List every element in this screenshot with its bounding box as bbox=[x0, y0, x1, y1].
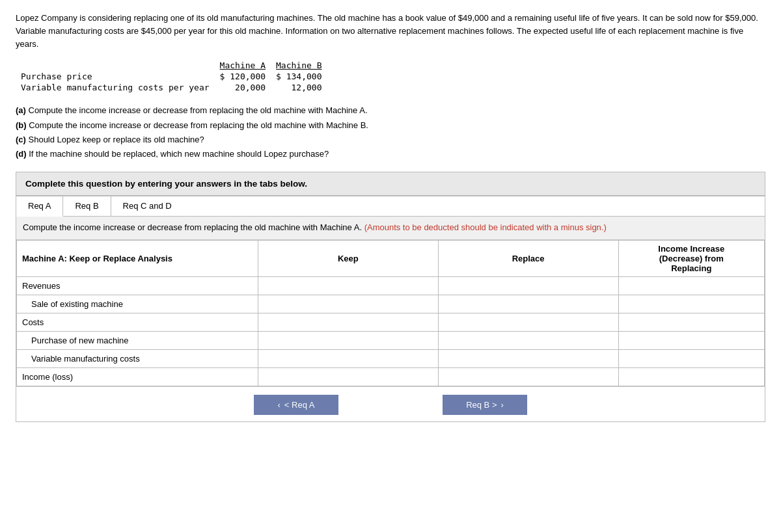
col-header-replace: Replace bbox=[438, 240, 618, 276]
keep-variable[interactable] bbox=[258, 349, 438, 367]
keep-purchase[interactable] bbox=[258, 331, 438, 349]
replace-purchase[interactable] bbox=[438, 331, 618, 349]
req-description-main: Compute the income increase or decrease … bbox=[23, 222, 362, 232]
machine-a-purchase-price: $ 120,000 bbox=[215, 71, 271, 82]
prev-label: < Req A bbox=[284, 400, 315, 410]
result-income bbox=[618, 367, 764, 386]
replace-variable-input[interactable] bbox=[444, 354, 613, 364]
keep-purchase-input[interactable] bbox=[264, 336, 433, 345]
keep-income-input[interactable] bbox=[264, 372, 433, 382]
table-row-purchase: Purchase of new machine bbox=[17, 331, 765, 349]
tab-req-c-d[interactable]: Req C and D bbox=[111, 196, 184, 216]
req-description-note: (Amounts to be deducted should be indica… bbox=[364, 222, 607, 232]
machine-a-header: Machine A bbox=[215, 60, 271, 71]
label-sale: Sale of existing machine bbox=[17, 295, 258, 313]
questions-section: (a) Compute the income increase or decre… bbox=[16, 103, 765, 161]
col-header-label: Machine A: Keep or Replace Analysis bbox=[17, 240, 258, 276]
table-row-revenues: Revenues bbox=[17, 276, 765, 295]
machine-b-variable-costs: 12,000 bbox=[271, 82, 327, 93]
next-icon: › bbox=[501, 400, 504, 410]
col-header-keep: Keep bbox=[258, 240, 438, 276]
complete-box: Complete this question by entering your … bbox=[16, 172, 765, 196]
question-b: (b) Compute the income increase or decre… bbox=[16, 118, 765, 133]
replace-sale-input[interactable] bbox=[444, 299, 613, 309]
question-c: (c) Should Lopez keep or replace its old… bbox=[16, 133, 765, 147]
table-row-variable: Variable manufacturing costs bbox=[17, 349, 765, 367]
tab-req-a[interactable]: Req A bbox=[16, 196, 63, 217]
tab-req-b[interactable]: Req B bbox=[63, 196, 111, 216]
keep-income[interactable] bbox=[258, 367, 438, 386]
keep-revenues bbox=[258, 276, 438, 295]
table-row-sale: Sale of existing machine bbox=[17, 295, 765, 313]
prev-button[interactable]: ‹ < Req A bbox=[254, 395, 338, 415]
nav-buttons: ‹ < Req A Req B > › bbox=[16, 386, 765, 421]
replace-variable[interactable] bbox=[438, 349, 618, 367]
table-row-costs: Costs bbox=[17, 313, 765, 331]
complete-box-text: Complete this question by entering your … bbox=[25, 179, 307, 189]
label-costs: Costs bbox=[17, 313, 258, 331]
result-variable bbox=[618, 349, 764, 367]
result-costs bbox=[618, 313, 764, 331]
replace-revenues bbox=[438, 276, 618, 295]
col-header-income: Income Increase(Decrease) fromReplacing bbox=[618, 240, 764, 276]
prev-icon: ‹ bbox=[278, 400, 281, 410]
question-d: (d) If the machine should be replaced, w… bbox=[16, 147, 765, 161]
replace-income[interactable] bbox=[438, 367, 618, 386]
result-revenues bbox=[618, 276, 764, 295]
keep-sale[interactable] bbox=[258, 295, 438, 313]
intro-paragraph: Lopez Company is considering replacing o… bbox=[16, 12, 765, 51]
result-sale bbox=[618, 295, 764, 313]
tabs-container: Req A Req B Req C and D Compute the inco… bbox=[16, 196, 765, 422]
row-purchase-price-label: Purchase price bbox=[16, 71, 215, 82]
keep-costs bbox=[258, 313, 438, 331]
label-revenues: Revenues bbox=[17, 276, 258, 295]
req-description: Compute the income increase or decrease … bbox=[16, 217, 765, 240]
keep-variable-input[interactable] bbox=[264, 354, 433, 364]
label-variable: Variable manufacturing costs bbox=[17, 349, 258, 367]
replace-purchase-input[interactable] bbox=[444, 336, 613, 345]
machine-b-purchase-price: $ 134,000 bbox=[271, 71, 327, 82]
label-income: Income (loss) bbox=[17, 367, 258, 386]
result-purchase bbox=[618, 331, 764, 349]
machine-b-header: Machine B bbox=[271, 60, 327, 71]
next-label: Req B > bbox=[466, 400, 497, 410]
label-purchase: Purchase of new machine bbox=[17, 331, 258, 349]
table-row-income: Income (loss) bbox=[17, 367, 765, 386]
replace-costs bbox=[438, 313, 618, 331]
machine-a-variable-costs: 20,000 bbox=[215, 82, 271, 93]
replace-sale[interactable] bbox=[438, 295, 618, 313]
next-button[interactable]: Req B > › bbox=[443, 395, 527, 415]
analysis-table: Machine A: Keep or Replace Analysis Keep… bbox=[16, 240, 765, 386]
row-variable-costs-label: Variable manufacturing costs per year bbox=[16, 82, 215, 93]
tabs-row: Req A Req B Req C and D bbox=[16, 196, 765, 217]
machine-data-table: Machine A Machine B Purchase price $ 120… bbox=[16, 60, 327, 93]
replace-income-input[interactable] bbox=[444, 372, 613, 382]
question-a: (a) Compute the income increase or decre… bbox=[16, 103, 765, 118]
keep-sale-input[interactable] bbox=[264, 299, 433, 309]
